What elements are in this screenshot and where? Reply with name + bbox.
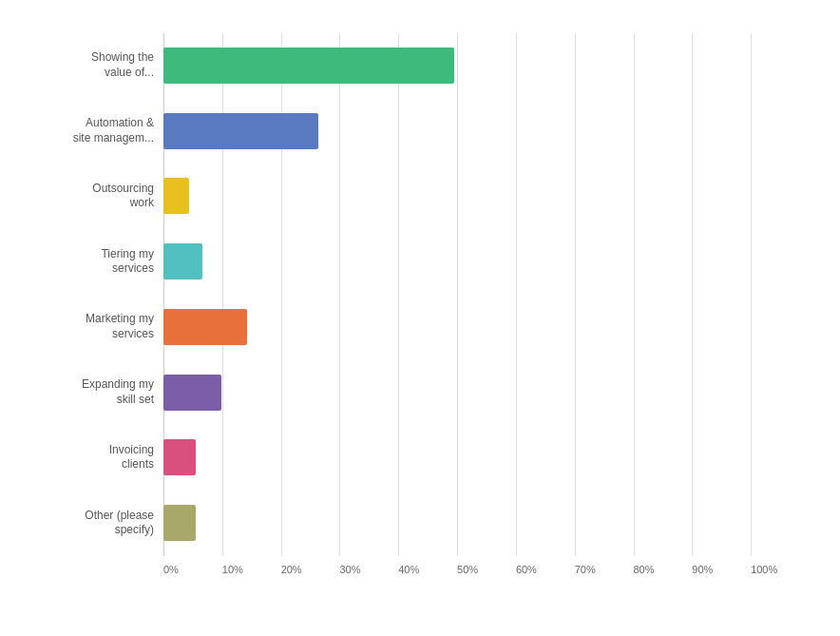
bars-wrapper (163, 33, 810, 556)
bar (163, 243, 202, 279)
y-axis-label: Invoicingclients (21, 425, 154, 491)
bar-row (163, 491, 810, 556)
bar-row (163, 359, 810, 425)
x-axis-labels: 0%10%20%30%40%50%60%70%80%90%100% (163, 556, 810, 575)
x-axis-label: 30% (339, 564, 398, 575)
y-axis-label: Other (pleasespecify) (21, 491, 154, 556)
bar (163, 178, 189, 214)
x-axis-label: 20% (281, 564, 340, 575)
x-axis-label: 100% (751, 564, 810, 575)
bar (163, 309, 247, 345)
bar-row (163, 229, 810, 295)
bar (163, 505, 196, 541)
x-axis-label: 50% (457, 564, 516, 575)
x-axis-label: 70% (575, 564, 634, 575)
y-axis-labels: Showing thevalue of...Automation &site m… (21, 33, 163, 556)
bar-row (163, 295, 810, 360)
y-axis-label: Marketing myservices (21, 295, 154, 360)
bar (163, 439, 196, 475)
bar (163, 375, 221, 411)
bar-row (163, 425, 810, 491)
x-axis-label: 90% (692, 564, 751, 575)
bar (163, 48, 454, 84)
x-axis-label: 40% (398, 564, 457, 575)
x-axis-label: 80% (634, 564, 693, 575)
x-axis-label: 10% (222, 564, 281, 575)
bar-row (163, 164, 810, 229)
y-axis-label: Tiering myservices (21, 229, 154, 295)
x-axis-label: 0% (163, 564, 222, 575)
bar-row (163, 33, 810, 99)
chart-container: Showing thevalue of...Automation &site m… (11, 14, 829, 623)
bar-row (163, 98, 810, 164)
bar (163, 113, 318, 149)
y-axis-label: Expanding myskill set (21, 359, 154, 425)
y-axis-label: Showing thevalue of... (21, 33, 154, 99)
y-axis-label: Outsourcingwork (21, 164, 154, 229)
bars-and-grid (163, 33, 810, 556)
chart-area: Showing thevalue of...Automation &site m… (21, 33, 810, 556)
x-axis-label: 60% (516, 564, 575, 575)
y-axis-label: Automation &site managem... (21, 98, 154, 164)
